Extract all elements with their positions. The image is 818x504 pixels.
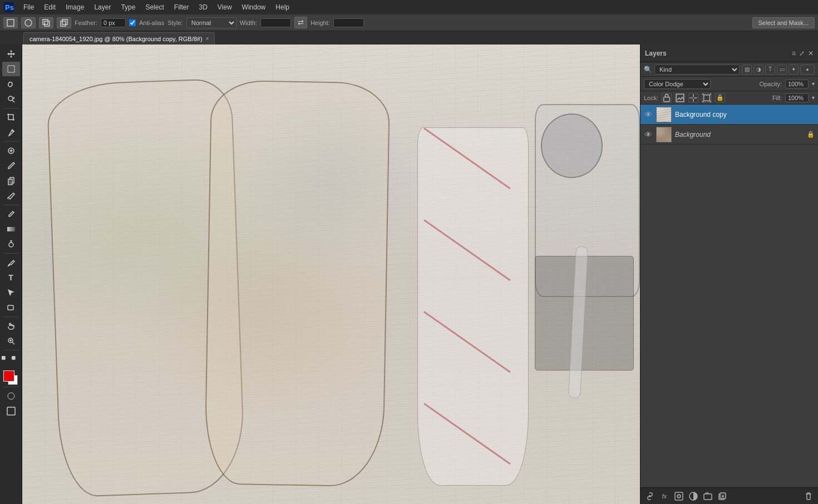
tool-crop[interactable] — [2, 110, 20, 125]
opt-ellipse-select[interactable] — [21, 17, 36, 28]
filter-shape-btn[interactable]: ▭ — [777, 65, 787, 75]
lock-image-btn[interactable] — [675, 93, 685, 103]
tool-rect-marquee[interactable] — [2, 62, 20, 76]
blend-mode-select[interactable]: Color Dodge Normal Multiply Screen Overl… — [644, 79, 711, 89]
layer-background[interactable]: 👁 Background 🔒 — [640, 125, 818, 145]
layers-menu-btn[interactable]: ✕ — [808, 50, 814, 57]
tab-close[interactable]: × — [206, 36, 209, 42]
tool-history-brush[interactable] — [2, 189, 20, 203]
filter-type-select[interactable]: Kind Name Effect Mode Attribute — [654, 65, 740, 75]
layers-group-btn[interactable] — [702, 490, 714, 502]
tool-move[interactable] — [2, 47, 20, 61]
tool-gradient[interactable] — [2, 222, 20, 236]
tool-lasso[interactable] — [2, 77, 20, 91]
tool-heal[interactable] — [2, 144, 20, 158]
toolbar-divider-5 — [3, 317, 19, 317]
height-input[interactable] — [333, 18, 364, 27]
tool-zoom[interactable] — [2, 334, 20, 348]
left-toolbar: T — [0, 45, 22, 504]
svg-line-22 — [12, 342, 14, 344]
svg-rect-7 — [62, 19, 67, 24]
svg-point-9 — [8, 96, 13, 101]
lock-artboard-btn[interactable] — [702, 93, 712, 103]
opacity-input[interactable] — [785, 80, 809, 88]
tool-path-select[interactable] — [2, 285, 20, 300]
tool-hand[interactable] — [2, 319, 20, 333]
select-mask-button[interactable]: Select and Mask... — [752, 17, 815, 28]
lock-all-btn[interactable]: 🔒 — [715, 93, 725, 103]
filter-type-btn[interactable]: T — [765, 65, 775, 75]
layers-new-btn[interactable] — [716, 490, 728, 502]
layers-expand-btn[interactable]: ⤢ — [799, 50, 805, 57]
width-label: Width: — [240, 19, 257, 26]
layers-panel-title: Layers — [645, 50, 667, 57]
layers-mask-btn[interactable] — [673, 490, 685, 502]
filter-adj-btn[interactable]: ◑ — [753, 65, 763, 75]
menu-help[interactable]: Help — [271, 2, 294, 12]
svg-rect-3 — [25, 19, 32, 26]
menu-select[interactable]: Select — [141, 2, 168, 12]
opt-add-select[interactable] — [39, 17, 53, 28]
tool-brush[interactable] — [2, 159, 20, 173]
opt-rect-select[interactable] — [3, 17, 18, 28]
filter-active-toggle[interactable]: ● — [800, 65, 815, 75]
opt-intersect-select[interactable] — [57, 17, 71, 28]
panel-header-icons: ≡ ⤢ ✕ — [792, 50, 814, 57]
feather-input[interactable] — [101, 18, 126, 27]
filter-icon: 🔍 — [644, 66, 652, 73]
style-label: Style: — [167, 19, 183, 26]
fill-arrow[interactable]: ▾ — [812, 95, 815, 101]
layer-background-copy[interactable]: 👁 Background copy — [640, 105, 818, 125]
tool-extra-2[interactable] — [12, 353, 21, 368]
menu-layer[interactable]: Layer — [90, 2, 115, 12]
tool-screen-mode[interactable] — [2, 404, 20, 418]
app-icon: Ps — [2, 1, 16, 14]
anti-alias-checkbox[interactable] — [129, 19, 136, 26]
tool-quick-mask[interactable] — [2, 389, 20, 403]
tool-pen[interactable] — [2, 255, 20, 270]
toolbar-divider-4 — [3, 253, 19, 254]
layer-visibility-2[interactable]: 👁 — [644, 130, 653, 139]
style-select[interactable]: Normal Fixed Ratio Fixed Size — [186, 17, 236, 28]
lock-transparent-btn[interactable] — [662, 93, 672, 103]
foreground-color-swatch[interactable] — [3, 370, 14, 382]
tab-bar: camera-1840054_1920.jpg @ 80% (Backgroun… — [0, 31, 818, 45]
layer-visibility-1[interactable]: 👁 — [644, 110, 653, 119]
feather-label: Feather: — [75, 19, 97, 26]
width-input[interactable] — [260, 18, 291, 27]
tool-dodge[interactable] — [2, 237, 20, 251]
layer-thumb-1 — [656, 107, 672, 122]
layers-adj-btn[interactable] — [687, 490, 699, 502]
tool-eyedropper[interactable] — [2, 125, 20, 140]
document-tab[interactable]: camera-1840054_1920.jpg @ 80% (Backgroun… — [23, 32, 215, 45]
menu-filter[interactable]: Filter — [170, 2, 194, 12]
filter-smart-btn[interactable]: ✦ — [789, 65, 799, 75]
fill-input[interactable] — [785, 93, 809, 102]
svg-rect-27 — [8, 393, 14, 399]
menu-file[interactable]: File — [19, 2, 38, 12]
canvas-area[interactable] — [22, 45, 640, 504]
menu-edit[interactable]: Edit — [40, 2, 60, 12]
tool-shape[interactable] — [2, 300, 20, 315]
svg-rect-39 — [704, 494, 712, 500]
swap-dimensions-btn[interactable]: ⇄ — [294, 17, 307, 28]
layers-fx-btn[interactable]: fx — [658, 490, 671, 502]
tool-quick-select[interactable] — [2, 92, 20, 106]
tool-extra-1[interactable] — [2, 353, 11, 368]
main-layout: T — [0, 45, 818, 504]
svg-rect-31 — [704, 95, 710, 101]
lock-position-btn[interactable] — [688, 93, 698, 103]
menu-window[interactable]: Window — [238, 2, 270, 12]
filter-pixel-btn[interactable]: ▨ — [742, 65, 752, 75]
menu-image[interactable]: Image — [61, 2, 88, 12]
layers-link-btn[interactable] — [644, 490, 656, 502]
opacity-arrow[interactable]: ▾ — [812, 81, 815, 87]
tool-eraser[interactable] — [2, 207, 20, 221]
tool-clone[interactable] — [2, 174, 20, 188]
layers-delete-btn[interactable] — [802, 490, 815, 502]
menu-view[interactable]: View — [213, 2, 236, 12]
tool-type[interactable]: T — [2, 270, 20, 285]
layers-collapse-btn[interactable]: ≡ — [792, 50, 796, 57]
menu-type[interactable]: Type — [116, 2, 140, 12]
menu-3d[interactable]: 3D — [194, 2, 211, 12]
